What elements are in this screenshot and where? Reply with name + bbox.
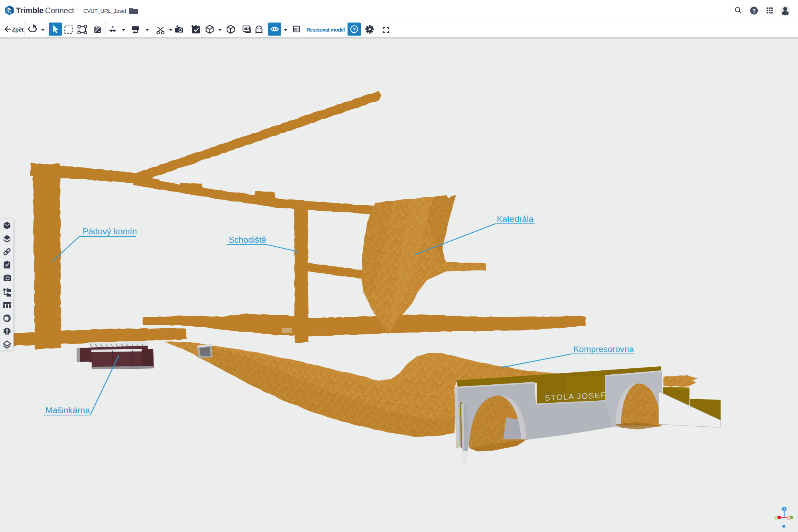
svg-text:?: ? [353,27,356,32]
svg-text:CVUT_URL_Josef: CVUT_URL_Josef [83,8,126,14]
svg-text:Katedrála: Katedrála [497,214,533,224]
svg-text:Kompresorovna: Kompresorovna [573,344,634,354]
svg-text:Pádový komín: Pádový komín [83,227,137,236]
svg-text:Trimble: Trimble [16,6,43,15]
svg-text:Zpět: Zpět [12,26,24,33]
svg-text:Schodiště: Schodiště [229,235,266,245]
svg-text:Y: Y [775,516,778,520]
svg-text:Z: Z [783,507,785,511]
svg-text:x: x [112,25,114,30]
svg-text:Resetovat model: Resetovat model [306,27,345,33]
svg-text:Mašinkárna: Mašinkárna [45,405,90,415]
svg-text:Connect: Connect [45,6,74,15]
svg-text:?: ? [752,8,756,14]
svg-text:X: X [788,516,790,520]
